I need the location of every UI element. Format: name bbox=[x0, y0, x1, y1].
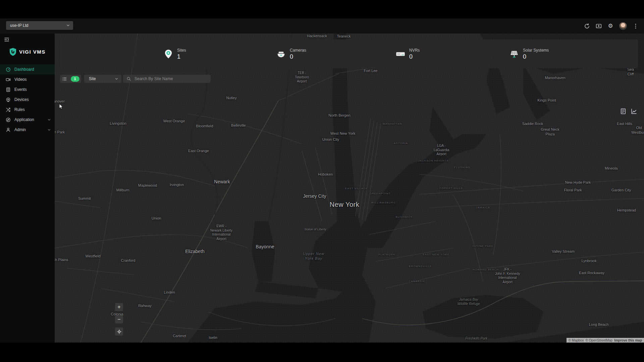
topbar-actions: ⚙ bbox=[584, 18, 639, 34]
site-list-toggle[interactable]: 1 bbox=[60, 75, 81, 83]
locate-icon bbox=[117, 329, 122, 334]
brand-text: VIGI VMS bbox=[19, 49, 46, 55]
zoom-out-button[interactable]: − bbox=[115, 315, 123, 323]
avatar[interactable] bbox=[619, 22, 627, 30]
camera-dome-icon bbox=[276, 49, 286, 59]
organization-name: use-IP Ltd bbox=[10, 23, 66, 28]
chevron-down-icon bbox=[47, 118, 51, 122]
geolocate-button[interactable] bbox=[115, 327, 123, 336]
map-view-toggles bbox=[620, 108, 637, 115]
chevron-down-icon bbox=[114, 77, 119, 81]
stat-value: 0 bbox=[523, 53, 549, 60]
sidebar-item-label: Videos bbox=[14, 77, 55, 82]
more-icon[interactable] bbox=[633, 23, 639, 29]
rules-icon bbox=[6, 107, 11, 112]
search-box bbox=[123, 75, 211, 83]
brand-logo: VIGI VMS bbox=[0, 48, 55, 56]
sidebar-item-label: Admin bbox=[14, 127, 47, 132]
stat-value: 1 bbox=[177, 53, 186, 60]
map-attribution: © Mapbox © OpenStreetMap Improve this ma… bbox=[567, 338, 644, 343]
sidebar-item-events[interactable]: Events bbox=[0, 84, 55, 95]
sidebar-item-label: Application bbox=[14, 117, 47, 122]
sidebar-item-dashboard[interactable]: Dashboard bbox=[0, 64, 55, 74]
site-filter-value: Site bbox=[89, 76, 114, 81]
search-icon bbox=[126, 76, 131, 81]
device-icon bbox=[6, 97, 11, 102]
attribution-mapbox-link[interactable]: © Mapbox bbox=[569, 339, 584, 342]
improve-map-link[interactable]: Improve this map bbox=[614, 339, 642, 342]
nvr-icon bbox=[395, 49, 406, 59]
sidebar-item-devices[interactable]: Devices bbox=[0, 95, 55, 105]
sidebar-item-label: Rules bbox=[14, 107, 55, 112]
stat-label: Solar Systems bbox=[523, 48, 549, 53]
vigi-vms-app: use-IP Ltd ⚙ VIGI VMS DashboardVideosEve… bbox=[0, 0, 644, 362]
topbar: use-IP Ltd ⚙ bbox=[0, 18, 644, 34]
site-list-icon[interactable] bbox=[620, 108, 627, 115]
organization-selector[interactable]: use-IP Ltd bbox=[6, 21, 73, 30]
solar-panel-icon bbox=[509, 49, 519, 59]
sidebar-item-videos[interactable]: Videos bbox=[0, 74, 55, 84]
admin-icon bbox=[6, 127, 11, 132]
screen-cast-icon[interactable] bbox=[596, 23, 602, 29]
sidebar-menu: DashboardVideosEventsDevicesRulesApplica… bbox=[0, 64, 55, 135]
stat-label: NVRs bbox=[409, 48, 420, 53]
sidebar-item-label: Dashboard bbox=[14, 67, 55, 72]
sidebar-item-application[interactable]: Application bbox=[0, 115, 55, 125]
events-icon bbox=[6, 87, 11, 92]
site-count-badge[interactable]: 1 bbox=[71, 76, 79, 82]
sidebar: VIGI VMS DashboardVideosEventsDevicesRul… bbox=[0, 34, 55, 343]
settings-icon[interactable]: ⚙ bbox=[607, 23, 613, 29]
gauge-icon bbox=[6, 67, 11, 72]
sidebar-item-admin[interactable]: Admin bbox=[0, 125, 55, 135]
site-filter-select[interactable]: Site bbox=[84, 75, 121, 83]
site-search-input[interactable] bbox=[134, 76, 211, 81]
stat-label: Cameras bbox=[290, 48, 306, 53]
video-icon bbox=[6, 77, 11, 82]
stat-solar-systems: Solar Systems0 bbox=[509, 40, 549, 68]
site-pin-icon bbox=[163, 49, 173, 59]
stat-value: 0 bbox=[409, 53, 420, 60]
stat-sites: Sites1 bbox=[163, 40, 186, 68]
stat-value: 0 bbox=[290, 53, 306, 60]
vigi-shield-icon bbox=[9, 48, 17, 56]
list-icon bbox=[62, 76, 67, 81]
application-icon bbox=[6, 117, 11, 122]
collapse-sidebar-icon[interactable] bbox=[4, 37, 9, 42]
stat-label: Sites bbox=[177, 48, 186, 53]
sidebar-item-label: Events bbox=[14, 87, 55, 92]
sidebar-item-rules[interactable]: Rules bbox=[0, 105, 55, 115]
attribution-osm-link[interactable]: © OpenStreetMap bbox=[585, 339, 612, 342]
chevron-down-icon bbox=[66, 23, 70, 28]
stats-bar: Sites1Cameras0NVRs0Solar Systems0 bbox=[60, 40, 638, 68]
refresh-icon[interactable] bbox=[584, 23, 590, 29]
sidebar-item-label: Devices bbox=[14, 97, 55, 102]
stat-cameras: Cameras0 bbox=[276, 40, 306, 68]
stat-nvrs: NVRs0 bbox=[395, 40, 420, 68]
zoom-in-button[interactable]: + bbox=[115, 303, 123, 311]
statistics-icon[interactable] bbox=[631, 108, 637, 115]
chevron-down-icon bbox=[47, 128, 51, 132]
